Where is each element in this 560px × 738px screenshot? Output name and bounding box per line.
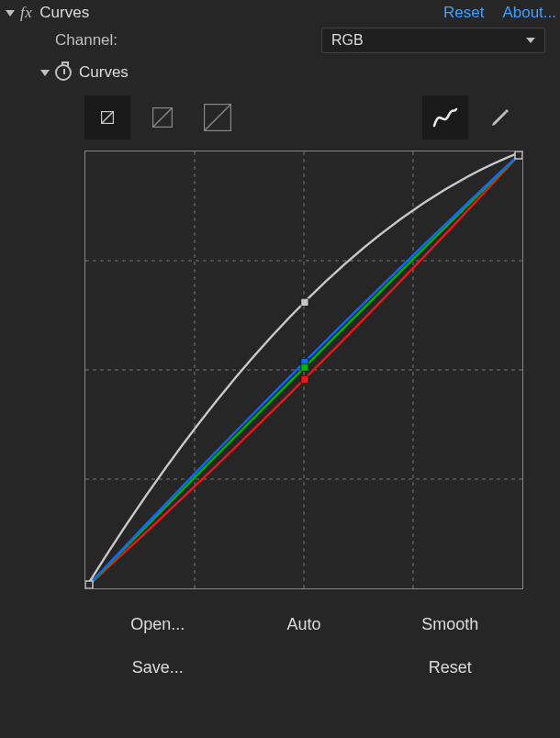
curves-editor: Open... Auto Smooth Save... Reset <box>0 86 560 687</box>
curves-effect-panel: fx Curves Reset About... Channel: RGB Cu… <box>0 0 560 738</box>
about-link[interactable]: About... <box>502 4 556 22</box>
curves-buttons-row-1: Open... Auto Smooth <box>84 606 523 643</box>
channel-select[interactable]: RGB <box>321 28 545 53</box>
reset-link[interactable]: Reset <box>443 4 484 22</box>
svg-line-5 <box>205 105 230 130</box>
collapse-triangle-icon[interactable] <box>6 10 15 17</box>
svg-rect-17 <box>515 151 522 159</box>
grid-size-small-button[interactable] <box>84 95 130 140</box>
svg-rect-16 <box>85 581 93 588</box>
curves-buttons-row-2: Save... Reset <box>84 649 523 687</box>
chevron-down-icon <box>526 38 535 43</box>
smooth-button[interactable]: Smooth <box>377 606 523 643</box>
channel-selected-value: RGB <box>331 32 364 49</box>
auto-button[interactable]: Auto <box>230 606 376 643</box>
property-collapse-triangle-icon[interactable] <box>40 70 50 76</box>
open-button[interactable]: Open... <box>84 606 230 643</box>
grid-size-large-button[interactable] <box>195 95 241 140</box>
effect-header: fx Curves Reset About... <box>0 0 560 26</box>
bezier-tool-button[interactable] <box>422 95 468 140</box>
fx-badge[interactable]: fx <box>20 4 32 22</box>
svg-line-3 <box>153 108 172 127</box>
effect-title[interactable]: Curves <box>39 4 89 22</box>
svg-rect-15 <box>301 375 308 383</box>
svg-rect-14 <box>301 363 308 371</box>
property-name: Curves <box>79 63 129 82</box>
channel-row: Channel: RGB <box>0 26 560 55</box>
bezier-icon <box>432 106 458 129</box>
small-grid-icon <box>101 111 114 124</box>
curves-toolbar <box>84 95 523 140</box>
svg-rect-12 <box>301 298 308 306</box>
curves-graph[interactable] <box>84 151 523 589</box>
large-grid-icon <box>204 104 231 131</box>
save-button[interactable]: Save... <box>84 649 230 687</box>
channel-label: Channel: <box>55 31 321 50</box>
stopwatch-icon[interactable] <box>55 64 72 81</box>
svg-line-1 <box>102 112 113 123</box>
medium-grid-icon <box>152 107 173 128</box>
curve-reset-button[interactable]: Reset <box>377 649 523 687</box>
pencil-tool-button[interactable] <box>477 95 523 140</box>
pencil-icon <box>489 106 511 129</box>
curves-property-row: Curves <box>0 59 560 86</box>
grid-size-medium-button[interactable] <box>140 95 185 140</box>
